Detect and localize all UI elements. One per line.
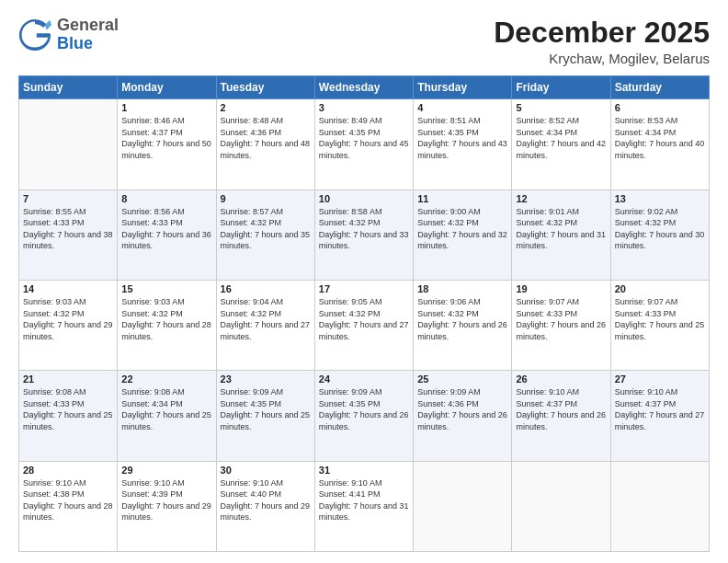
header: General Blue December 2025 Krychaw, Mogi… <box>18 17 710 66</box>
day-number: 12 <box>516 193 606 204</box>
calendar-week-5: 28Sunrise: 9:10 AMSunset: 4:38 PMDayligh… <box>19 461 710 551</box>
day-number: 10 <box>319 193 409 204</box>
day-number: 6 <box>615 102 705 113</box>
calendar-cell: 19Sunrise: 9:07 AMSunset: 4:33 PMDayligh… <box>512 280 610 370</box>
calendar-cell <box>414 461 512 551</box>
day-info: Sunrise: 9:02 AMSunset: 4:32 PMDaylight:… <box>615 206 705 252</box>
day-number: 8 <box>121 193 211 204</box>
calendar-cell: 4Sunrise: 8:51 AMSunset: 4:35 PMDaylight… <box>414 99 512 190</box>
day-info: Sunrise: 9:00 AMSunset: 4:32 PMDaylight:… <box>417 206 507 252</box>
day-info: Sunrise: 8:56 AMSunset: 4:33 PMDaylight:… <box>121 206 211 252</box>
day-number: 3 <box>319 102 409 113</box>
calendar-cell: 5Sunrise: 8:52 AMSunset: 4:34 PMDaylight… <box>512 99 610 190</box>
col-header-monday: Monday <box>118 76 216 99</box>
calendar-cell <box>512 461 610 551</box>
day-number: 21 <box>23 373 113 385</box>
calendar-week-3: 14Sunrise: 9:03 AMSunset: 4:32 PMDayligh… <box>19 280 710 370</box>
day-info: Sunrise: 9:08 AMSunset: 4:33 PMDaylight:… <box>23 386 113 432</box>
calendar-cell: 2Sunrise: 8:48 AMSunset: 4:36 PMDaylight… <box>216 99 314 190</box>
calendar-cell: 18Sunrise: 9:06 AMSunset: 4:32 PMDayligh… <box>414 280 512 370</box>
day-info: Sunrise: 9:10 AMSunset: 4:37 PMDaylight:… <box>516 386 606 432</box>
calendar-cell: 9Sunrise: 8:57 AMSunset: 4:32 PMDaylight… <box>216 190 314 280</box>
calendar-cell: 12Sunrise: 9:01 AMSunset: 4:32 PMDayligh… <box>512 190 610 280</box>
day-info: Sunrise: 9:10 AMSunset: 4:40 PMDaylight:… <box>221 477 311 523</box>
col-header-thursday: Thursday <box>414 76 512 99</box>
calendar-cell: 21Sunrise: 9:08 AMSunset: 4:33 PMDayligh… <box>19 371 118 461</box>
calendar-cell: 10Sunrise: 8:58 AMSunset: 4:32 PMDayligh… <box>314 190 413 280</box>
calendar-cell: 16Sunrise: 9:04 AMSunset: 4:32 PMDayligh… <box>216 280 314 370</box>
calendar-cell: 23Sunrise: 9:09 AMSunset: 4:35 PMDayligh… <box>216 371 314 461</box>
day-number: 11 <box>417 193 507 204</box>
page: General Blue December 2025 Krychaw, Mogi… <box>0 0 728 563</box>
calendar-cell: 31Sunrise: 9:10 AMSunset: 4:41 PMDayligh… <box>314 461 413 551</box>
day-info: Sunrise: 9:09 AMSunset: 4:36 PMDaylight:… <box>417 386 507 432</box>
calendar-cell: 28Sunrise: 9:10 AMSunset: 4:38 PMDayligh… <box>19 461 118 551</box>
day-number: 15 <box>121 283 211 294</box>
day-info: Sunrise: 9:08 AMSunset: 4:34 PMDaylight:… <box>121 386 211 432</box>
calendar-cell: 20Sunrise: 9:07 AMSunset: 4:33 PMDayligh… <box>610 280 709 370</box>
calendar-week-1: 1Sunrise: 8:46 AMSunset: 4:37 PMDaylight… <box>19 99 710 190</box>
day-info: Sunrise: 9:09 AMSunset: 4:35 PMDaylight:… <box>319 386 409 432</box>
day-info: Sunrise: 8:58 AMSunset: 4:32 PMDaylight:… <box>319 206 409 252</box>
logo-blue: Blue <box>57 34 93 52</box>
col-header-saturday: Saturday <box>610 76 709 99</box>
logo-text: General Blue <box>57 17 119 53</box>
day-number: 16 <box>221 283 311 294</box>
day-info: Sunrise: 9:03 AMSunset: 4:32 PMDaylight:… <box>23 296 113 342</box>
calendar-cell: 24Sunrise: 9:09 AMSunset: 4:35 PMDayligh… <box>314 371 413 461</box>
calendar-cell: 14Sunrise: 9:03 AMSunset: 4:32 PMDayligh… <box>19 280 118 370</box>
day-number: 22 <box>121 373 211 385</box>
day-info: Sunrise: 8:49 AMSunset: 4:35 PMDaylight:… <box>319 115 409 161</box>
calendar-cell: 29Sunrise: 9:10 AMSunset: 4:39 PMDayligh… <box>118 461 216 551</box>
calendar-cell: 8Sunrise: 8:56 AMSunset: 4:33 PMDaylight… <box>118 190 216 280</box>
day-info: Sunrise: 8:55 AMSunset: 4:33 PMDaylight:… <box>23 206 113 252</box>
day-number: 18 <box>417 283 507 294</box>
calendar-cell: 11Sunrise: 9:00 AMSunset: 4:32 PMDayligh… <box>414 190 512 280</box>
day-info: Sunrise: 9:07 AMSunset: 4:33 PMDaylight:… <box>516 296 606 342</box>
day-info: Sunrise: 9:10 AMSunset: 4:38 PMDaylight:… <box>23 477 113 523</box>
calendar-cell: 25Sunrise: 9:09 AMSunset: 4:36 PMDayligh… <box>414 371 512 461</box>
day-number: 17 <box>319 283 409 294</box>
day-number: 25 <box>417 373 507 385</box>
day-number: 5 <box>516 102 606 113</box>
day-number: 4 <box>417 102 507 113</box>
day-info: Sunrise: 8:52 AMSunset: 4:34 PMDaylight:… <box>516 115 606 161</box>
calendar-cell: 3Sunrise: 8:49 AMSunset: 4:35 PMDaylight… <box>314 99 413 190</box>
calendar-cell: 15Sunrise: 9:03 AMSunset: 4:32 PMDayligh… <box>118 280 216 370</box>
calendar-cell: 1Sunrise: 8:46 AMSunset: 4:37 PMDaylight… <box>118 99 216 190</box>
day-info: Sunrise: 9:03 AMSunset: 4:32 PMDaylight:… <box>121 296 211 342</box>
col-header-tuesday: Tuesday <box>216 76 314 99</box>
day-info: Sunrise: 9:05 AMSunset: 4:32 PMDaylight:… <box>319 296 409 342</box>
calendar-cell: 27Sunrise: 9:10 AMSunset: 4:37 PMDayligh… <box>610 371 709 461</box>
calendar-header-row: SundayMondayTuesdayWednesdayThursdayFrid… <box>19 76 710 99</box>
calendar-cell: 7Sunrise: 8:55 AMSunset: 4:33 PMDaylight… <box>19 190 118 280</box>
day-number: 1 <box>121 102 211 113</box>
col-header-friday: Friday <box>512 76 610 99</box>
logo-icon <box>18 18 51 52</box>
day-number: 7 <box>23 193 113 204</box>
day-info: Sunrise: 9:09 AMSunset: 4:35 PMDaylight:… <box>221 386 311 432</box>
day-number: 28 <box>23 465 113 476</box>
day-info: Sunrise: 9:10 AMSunset: 4:39 PMDaylight:… <box>121 477 211 523</box>
calendar-table: SundayMondayTuesdayWednesdayThursdayFrid… <box>18 75 710 552</box>
day-info: Sunrise: 8:51 AMSunset: 4:35 PMDaylight:… <box>417 115 507 161</box>
calendar-cell <box>19 99 118 190</box>
day-info: Sunrise: 9:06 AMSunset: 4:32 PMDaylight:… <box>417 296 507 342</box>
calendar-week-2: 7Sunrise: 8:55 AMSunset: 4:33 PMDaylight… <box>19 190 710 280</box>
calendar-cell <box>610 461 709 551</box>
day-number: 24 <box>319 373 409 385</box>
calendar-cell: 30Sunrise: 9:10 AMSunset: 4:40 PMDayligh… <box>216 461 314 551</box>
day-info: Sunrise: 9:10 AMSunset: 4:41 PMDaylight:… <box>319 477 409 523</box>
day-number: 2 <box>221 102 311 113</box>
location: Krychaw, Mogilev, Belarus <box>494 51 710 66</box>
day-info: Sunrise: 8:57 AMSunset: 4:32 PMDaylight:… <box>221 206 311 252</box>
day-number: 13 <box>615 193 705 204</box>
title-block: December 2025 Krychaw, Mogilev, Belarus <box>494 17 710 66</box>
day-number: 26 <box>516 373 606 385</box>
day-number: 30 <box>221 465 311 476</box>
day-number: 27 <box>615 373 705 385</box>
calendar-cell: 13Sunrise: 9:02 AMSunset: 4:32 PMDayligh… <box>610 190 709 280</box>
calendar-cell: 26Sunrise: 9:10 AMSunset: 4:37 PMDayligh… <box>512 371 610 461</box>
calendar-cell: 22Sunrise: 9:08 AMSunset: 4:34 PMDayligh… <box>118 371 216 461</box>
col-header-sunday: Sunday <box>19 76 118 99</box>
